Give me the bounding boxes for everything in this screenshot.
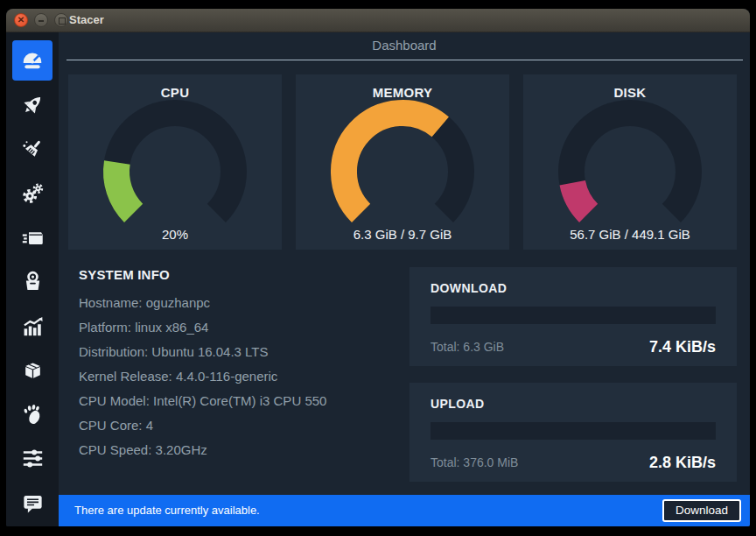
- sidebar: [6, 32, 59, 526]
- system-info-kernel: Kernel Release: 4.4.0-116-generic: [79, 364, 394, 389]
- download-total: Total: 6.3 GiB: [430, 340, 504, 354]
- upload-card: UPLOAD Total: 376.0 MiB 2.8 KiB/s: [410, 383, 737, 482]
- disk-value: 56.7 GiB / 449.1 GiB: [523, 227, 737, 242]
- system-info-cpu-model: CPU Model: Intel(R) Core(TM) i3 CPU 550: [79, 389, 394, 413]
- broom-icon: [21, 138, 45, 161]
- system-info-hostname: Hostname: oguzhanpc: [79, 291, 394, 315]
- gauge-fill: [572, 183, 588, 214]
- gears-icon: [21, 181, 45, 205]
- disk-card: DISK 56.7 GiB / 449.1 GiB: [523, 74, 737, 250]
- titlebar: ✕ Stacer: [6, 9, 750, 32]
- download-update-button[interactable]: Download: [662, 499, 741, 522]
- system-info-cpu-speed: CPU Speed: 3.20GHz: [79, 438, 394, 462]
- upload-speed: 2.8 KiB/s: [649, 454, 716, 472]
- speedometer-icon: [20, 48, 45, 73]
- stacer-window: ✕ Stacer: [6, 9, 750, 526]
- sliders-icon: [21, 447, 45, 470]
- download-progress-bar: [430, 307, 716, 324]
- disk-gauge: [556, 97, 704, 246]
- memory-gauge: [328, 97, 477, 246]
- main-content: Dashboard CPU 20% MEMORY 6.3 GiB / 9.7 G…: [59, 32, 750, 526]
- sidebar-item-gnome-settings[interactable]: [12, 394, 52, 434]
- memory-value: 6.3 GiB / 9.7 GiB: [296, 227, 509, 242]
- gnome-foot-icon: [21, 403, 45, 427]
- sidebar-item-system-cleaner[interactable]: [12, 129, 52, 169]
- sidebar-item-settings[interactable]: [12, 439, 52, 479]
- sidebar-item-feedback[interactable]: [12, 483, 52, 523]
- gauge-fill: [116, 163, 134, 214]
- page-title: Dashboard: [59, 38, 750, 53]
- sidebar-item-processes[interactable]: [12, 217, 52, 257]
- tape-box-icon: [21, 270, 45, 293]
- sidebar-item-uninstaller[interactable]: [12, 262, 52, 302]
- minimize-icon[interactable]: [34, 13, 48, 27]
- maximize-icon[interactable]: [54, 13, 68, 27]
- fast-box-icon: [21, 226, 45, 250]
- sidebar-item-dashboard[interactable]: [12, 40, 52, 81]
- download-card-title: DOWNLOAD: [430, 281, 507, 295]
- sidebar-item-services[interactable]: [12, 173, 52, 214]
- memory-card: MEMORY 6.3 GiB / 9.7 GiB: [296, 74, 509, 250]
- chart-icon: [21, 314, 45, 338]
- system-info: SYSTEM INFO Hostname: oguzhanpc Platform…: [79, 267, 394, 462]
- sidebar-item-resources[interactable]: [12, 306, 52, 346]
- system-info-cpu-core: CPU Core: 4: [79, 413, 394, 438]
- window-title: Stacer: [69, 9, 104, 32]
- gauge-fill: [344, 113, 440, 213]
- upload-total: Total: 376.0 MiB: [430, 455, 518, 469]
- header-divider: [66, 60, 743, 60]
- rocket-icon: [21, 93, 45, 116]
- update-message: There are update currently available.: [74, 495, 260, 526]
- system-info-platform: Platform: linux x86_64: [79, 315, 394, 340]
- cpu-card: CPU 20%: [68, 74, 282, 250]
- update-notification-bar: There are update currently available. Do…: [59, 495, 750, 526]
- chat-bubble-icon: [21, 491, 45, 515]
- download-card: DOWNLOAD Total: 6.3 GiB 7.4 KiB/s: [410, 267, 737, 366]
- system-info-distribution: Distribution: Ubuntu 16.04.3 LTS: [79, 340, 394, 364]
- screen: ✕ Stacer: [0, 0, 756, 536]
- cpu-gauge: [101, 97, 249, 246]
- close-icon[interactable]: ✕: [14, 13, 28, 27]
- upload-progress-bar: [430, 422, 716, 440]
- download-speed: 7.4 KiB/s: [649, 338, 716, 356]
- package-cube-icon: [21, 358, 45, 382]
- sidebar-item-packages[interactable]: [12, 350, 52, 391]
- upload-card-title: UPLOAD: [430, 397, 485, 411]
- system-info-title: SYSTEM INFO: [79, 267, 394, 282]
- sidebar-item-startup-apps[interactable]: [12, 85, 52, 125]
- cpu-value: 20%: [68, 227, 282, 242]
